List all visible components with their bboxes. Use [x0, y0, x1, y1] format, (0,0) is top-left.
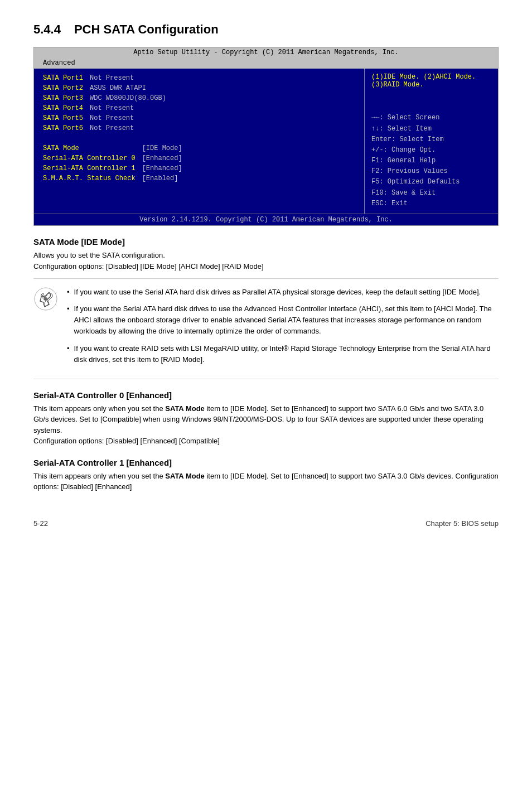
bios-tab-bar: Advanced [34, 57, 498, 69]
footer-page-number: 5-22 [33, 519, 48, 528]
note-box: If you want to use the Serial ATA hard d… [33, 278, 499, 379]
bios-setting-row: Serial-ATA Controller 0[Enhanced] [41, 153, 185, 163]
bios-nav-line: F10: Save & Exit [371, 188, 491, 199]
sata-mode-highlight-1: SATA Mode [165, 472, 205, 480]
bios-footer: Version 2.14.1219. Copyright (C) 2011 Am… [34, 214, 498, 225]
bios-nav-line: ↑↓: Select Item [371, 124, 491, 134]
bios-port-row: SATA Port4Not Present [41, 103, 168, 113]
sata-mode-title: SATA Mode [IDE Mode] [33, 237, 499, 247]
bios-help-text: (1)IDE Mode. (2)AHCI Mode. (3)RAID Mode. [371, 73, 491, 89]
bios-port-row: SATA Port1Not Present [41, 73, 168, 83]
note-item: If you want the Serial ATA hard disk dri… [67, 303, 499, 337]
bios-nav-line: Enter: Select Item [371, 134, 491, 145]
bios-left-panel: SATA Port1Not PresentSATA Port2ASUS DWR … [34, 69, 364, 214]
serial-ata-0-title: Serial-ATA Controller 0 [Enhanced] [33, 390, 499, 400]
section-number: 5.4.4 [33, 22, 61, 37]
serial-ata-1-section: Serial-ATA Controller 1 [Enhanced] This … [33, 458, 499, 492]
bios-tab-advanced: Advanced [38, 59, 80, 67]
note-icon [33, 287, 58, 311]
serial-ata-1-title: Serial-ATA Controller 1 [Enhanced] [33, 458, 499, 467]
section-header: 5.4.4 PCH SATA Configuration [33, 22, 499, 37]
serial-ata-1-desc: This item appears only when you set the … [33, 471, 499, 492]
note-list: If you want to use the Serial ATA hard d… [67, 287, 499, 371]
bios-content-area: SATA Port1Not PresentSATA Port2ASUS DWR … [34, 69, 498, 214]
bios-setting-row: SATA Mode[IDE Mode] [41, 143, 185, 153]
footer-chapter: Chapter 5: BIOS setup [425, 519, 499, 528]
bios-nav-line: F2: Previous Values [371, 166, 491, 177]
note-item: If you want to create RAID sets with LSI… [67, 343, 499, 365]
bios-nav-line: F5: Optimized Defaults [371, 177, 491, 187]
sata-mode-highlight: SATA Mode [165, 404, 205, 413]
bios-port-row: SATA Port5Not Present [41, 113, 168, 123]
note-item: If you want to use the Serial ATA hard d… [67, 287, 499, 298]
bios-screenshot: Aptio Setup Utility - Copyright (C) 2011… [33, 47, 499, 226]
bios-port-row: SATA Port3WDC WD800JD(80.0GB) [41, 93, 168, 103]
bios-title: Aptio Setup Utility - Copyright (C) 2011… [34, 47, 498, 57]
section-title: PCH SATA Configuration [74, 22, 219, 37]
bios-ports-table: SATA Port1Not PresentSATA Port2ASUS DWR … [41, 73, 168, 133]
sata-mode-desc1: Allows you to set the SATA configuration… [33, 250, 499, 272]
bios-port-row: SATA Port6Not Present [41, 123, 168, 133]
bios-nav-line: →←: Select Screen [371, 113, 491, 123]
bios-port-row: SATA Port2ASUS DWR ATAPI [41, 83, 168, 93]
bios-settings-table: SATA Mode[IDE Mode]Serial-ATA Controller… [41, 143, 185, 183]
bios-setting-row: Serial-ATA Controller 1[Enhanced] [41, 163, 185, 173]
bios-right-panel: (1)IDE Mode. (2)AHCI Mode. (3)RAID Mode.… [364, 69, 498, 214]
bios-nav-line: F1: General Help [371, 156, 491, 166]
bios-setting-row: S.M.A.R.T. Status Check[Enabled] [41, 173, 185, 183]
bios-nav-line: +/-: Change Opt. [371, 145, 491, 156]
page-footer: 5-22 Chapter 5: BIOS setup [33, 515, 499, 528]
wrench-icon [33, 287, 58, 311]
serial-ata-0-desc: This item appears only when you set the … [33, 403, 499, 447]
serial-ata-0-section: Serial-ATA Controller 0 [Enhanced] This … [33, 390, 499, 447]
bios-nav-help: →←: Select Screen↑↓: Select ItemEnter: S… [371, 113, 491, 209]
bios-nav-line: ESC: Exit [371, 199, 491, 209]
sata-mode-section: SATA Mode [IDE Mode] Allows you to set t… [33, 237, 499, 379]
